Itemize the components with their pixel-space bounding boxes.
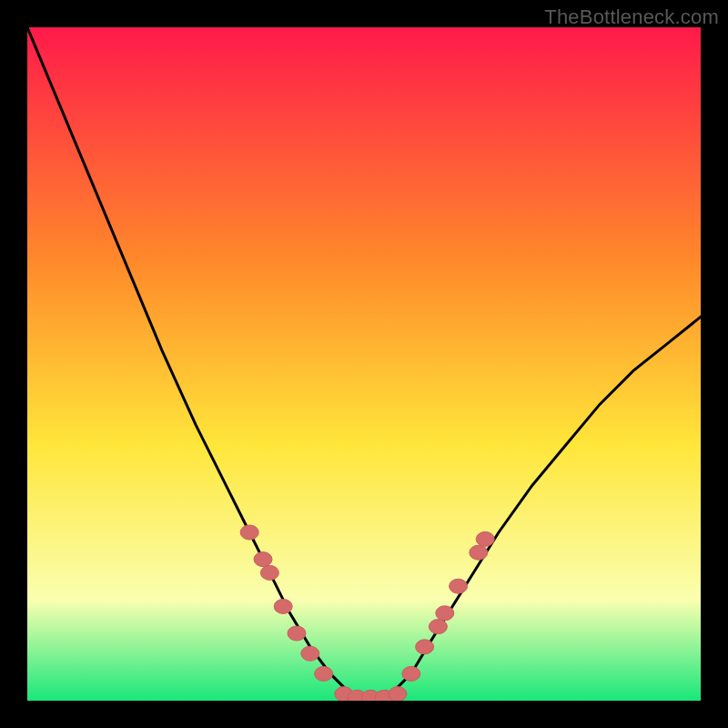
data-marker	[436, 606, 454, 621]
data-marker	[450, 579, 468, 593]
data-marker	[402, 666, 420, 681]
data-marker	[240, 525, 258, 540]
watermark-label: TheBottleneck.com	[544, 5, 719, 29]
data-marker	[476, 531, 494, 546]
bottleneck-chart	[27, 27, 701, 701]
data-marker	[429, 620, 447, 634]
data-marker	[288, 626, 306, 641]
data-marker	[389, 687, 407, 701]
chart-frame: TheBottleneck.com	[0, 0, 728, 728]
data-marker	[416, 640, 434, 654]
plot-area	[27, 27, 701, 701]
data-marker	[254, 552, 272, 567]
data-marker	[274, 599, 292, 613]
data-marker	[260, 565, 278, 580]
data-marker	[470, 545, 488, 560]
data-marker	[315, 666, 333, 681]
bottleneck-curve	[27, 27, 701, 701]
data-marker	[301, 646, 319, 661]
